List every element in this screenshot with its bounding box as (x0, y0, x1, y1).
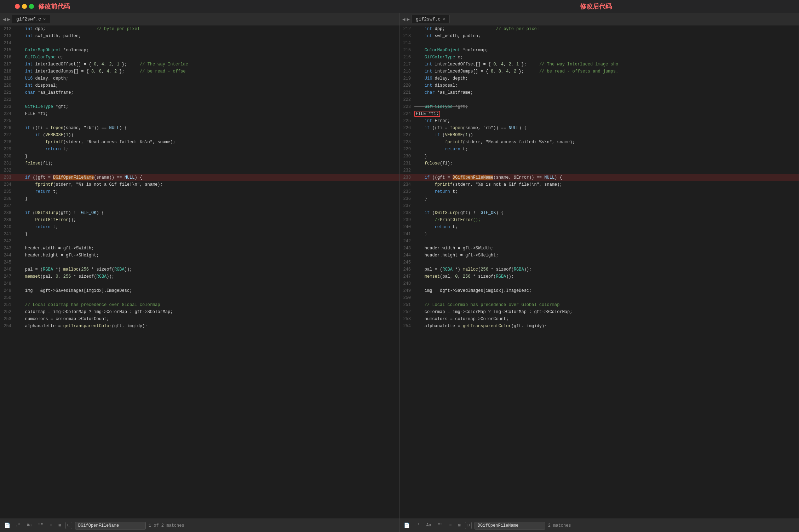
line-code: memset(pal, 0, 256 * sizeof(RGBA)); (414, 274, 799, 279)
left-search-input[interactable]: DGifOpenFileName (75, 522, 146, 530)
line-code: fprintf(stderr, "Read access failed: %s\… (414, 140, 799, 145)
right-tab[interactable]: gif2swf.c ✕ (411, 15, 450, 23)
code-line-253: 253 numcolors = colormap->ColorCount; (0, 316, 399, 323)
line-number: 226 (400, 126, 414, 131)
line-code: if (VERBOSE(1)) (414, 133, 799, 138)
line-code: FILE *fi; (414, 111, 799, 117)
left-nav-arrows[interactable]: ◀ ▶ (3, 16, 10, 22)
left-arrow[interactable]: ◀ (3, 16, 6, 22)
right-code-area: 212 int dpp; // byte per pixel213 int sw… (400, 25, 799, 519)
left-tab-close[interactable]: ✕ (43, 17, 46, 22)
right-case-btn[interactable]: Aa (424, 522, 433, 529)
code-line-222: 222 (0, 96, 399, 103)
code-line-250: 250 (400, 294, 799, 301)
left-tab[interactable]: gif2swf.c ✕ (12, 15, 50, 23)
left-list-btn[interactable]: ≡ (47, 522, 54, 529)
line-code (15, 203, 399, 208)
line-number: 227 (400, 133, 414, 138)
line-code: pal = (RGBA *) malloc(256 * sizeof(RGBA)… (15, 267, 399, 272)
line-number: 228 (400, 140, 414, 145)
line-code: ColorMapObject *colormap; (414, 48, 799, 53)
line-number: 220 (0, 83, 15, 88)
line-number: 223 (400, 104, 414, 109)
left-scope-btn[interactable]: □ (65, 522, 72, 529)
close-btn[interactable] (15, 4, 20, 9)
line-number: 250 (0, 295, 15, 300)
left-regex-btn[interactable]: .* (13, 522, 22, 529)
minimize-btn[interactable] (22, 4, 27, 9)
left-word-btn[interactable]: "" (36, 522, 45, 529)
line-code (414, 281, 799, 286)
code-line-240: 240 return t; (0, 224, 399, 231)
right-word-btn[interactable]: "" (436, 522, 445, 529)
line-number: 219 (400, 76, 414, 81)
line-code: int swf_width, padlen; (414, 34, 799, 39)
left-code-area: 212 int dpp; // byte per pixel213 int sw… (0, 25, 399, 519)
line-number: 240 (400, 225, 414, 230)
line-number: 249 (400, 288, 414, 293)
line-code: numcolors = colormap->ColorCount; (15, 317, 399, 322)
left-case-btn[interactable]: Aa (24, 522, 34, 529)
code-line-242: 242 (400, 238, 799, 245)
line-code (414, 203, 799, 208)
left-context-btn[interactable]: ⊟ (56, 522, 63, 529)
left-title-area: 修改前代码 (15, 2, 392, 11)
window-controls[interactable] (15, 4, 34, 9)
line-number: 239 (0, 218, 15, 222)
maximize-btn[interactable] (29, 4, 34, 9)
code-line-230: 230 } (0, 153, 399, 160)
line-number: 214 (400, 41, 414, 46)
line-number: 217 (400, 62, 414, 67)
right-list-btn[interactable]: ≡ (447, 522, 454, 529)
code-line-213: 213 int swf_width, padlen; (0, 33, 399, 40)
line-number: 236 (0, 196, 15, 201)
right-nav-arrows[interactable]: ◀ ▶ (402, 16, 410, 22)
line-number: 249 (0, 288, 15, 293)
right-left-arrow[interactable]: ◀ (402, 16, 405, 22)
line-code: return t; (15, 189, 399, 194)
line-number: 215 (0, 48, 15, 53)
line-number: 246 (400, 267, 414, 272)
code-line-214: 214 (0, 40, 399, 47)
line-number: 248 (0, 281, 15, 286)
right-context-btn[interactable]: ⊟ (456, 522, 462, 529)
line-number: 248 (400, 281, 414, 286)
code-line-233: 233 if ((gft = DGifOpenFileName(sname, &… (400, 174, 799, 181)
line-number: 244 (400, 253, 414, 258)
line-number: 213 (0, 34, 15, 39)
code-line-222: 222 (400, 96, 799, 103)
right-search-input[interactable]: DGifOpenFileName (475, 522, 545, 530)
right-tab-bar: ◀ ▶ gif2swf.c ✕ (400, 13, 799, 25)
right-scope-btn[interactable]: □ (465, 522, 472, 529)
line-code: int dpp; // byte per pixel (414, 27, 799, 31)
code-line-236: 236 } (0, 195, 399, 202)
code-line-234: 234 fprintf(stderr, "%s is not a Gif fil… (400, 181, 799, 188)
right-arrow[interactable]: ▶ (7, 16, 10, 22)
line-code: int interlacedOffset[] = { 0, 4, 2, 1 };… (414, 62, 799, 67)
code-line-229: 229 return t; (0, 146, 399, 153)
line-code: if ((fi = fopen(sname, "rb")) == NULL) { (414, 126, 799, 131)
right-regex-btn[interactable]: .* (413, 522, 422, 529)
line-code: GifColorType c; (414, 55, 799, 60)
left-search-options[interactable]: .* Aa "" ≡ ⊟ □ (13, 522, 72, 529)
right-title: 修改后代码 (580, 2, 612, 11)
line-number: 238 (0, 210, 15, 215)
right-tab-close[interactable]: ✕ (443, 17, 445, 22)
line-code: fclose(fi); (414, 161, 799, 166)
right-right-arrow[interactable]: ▶ (407, 16, 409, 22)
code-line-243: 243 header.width = gft->SWidth; (0, 245, 399, 252)
code-line-215: 215 ColorMapObject *colormap; (0, 47, 399, 54)
code-line-212: 212 int dpp; // byte per pixel (400, 25, 799, 33)
line-code: int interlacedJumps[] = { 8, 8, 4, 2 }; … (414, 69, 799, 74)
line-code: int dpp; // byte per pixel (15, 27, 399, 31)
line-number: 227 (0, 133, 15, 138)
code-line-234: 234 fprintf(stderr, "%s is not a Gif fil… (0, 181, 399, 188)
line-number: 242 (0, 239, 15, 244)
line-number: 230 (400, 154, 414, 159)
right-search-options[interactable]: .* Aa "" ≡ ⊟ □ (413, 522, 472, 529)
code-line-232: 232 (0, 167, 399, 174)
line-code: ColorMapObject *colormap; (15, 48, 399, 53)
line-number: 246 (0, 267, 15, 272)
line-code (15, 168, 399, 173)
line-number: 219 (0, 76, 15, 81)
